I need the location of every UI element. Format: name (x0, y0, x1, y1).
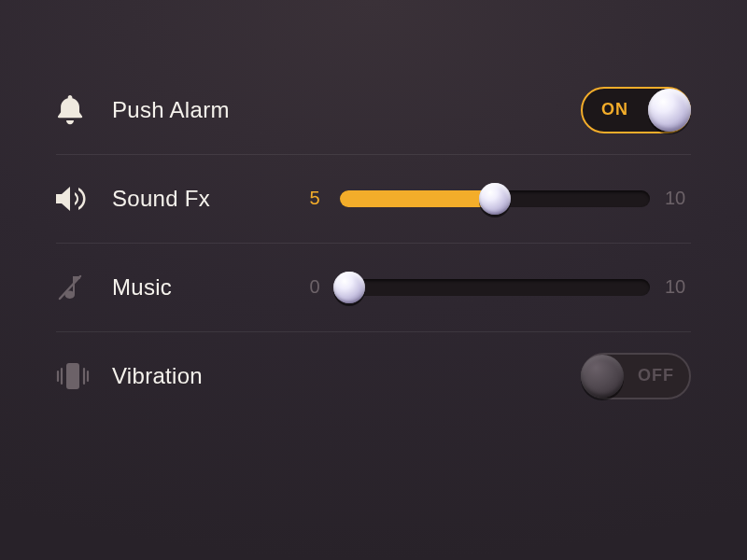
row-push-alarm: Push Alarm ON (56, 65, 691, 154)
row-music: Music 0 10 (56, 243, 691, 331)
music-slider[interactable]: 0 10 (299, 276, 691, 298)
sound-fx-thumb[interactable] (479, 183, 511, 215)
row-sound-fx: Sound Fx 5 10 (56, 154, 691, 243)
vibration-toggle[interactable]: OFF (581, 353, 691, 399)
speaker-icon (56, 185, 112, 213)
toggle-knob (648, 89, 691, 132)
row-vibration: Vibration OFF (56, 331, 691, 420)
sound-fx-max: 10 (659, 188, 691, 209)
toggle-knob (581, 355, 624, 398)
vibration-toggle-label: OFF (638, 366, 674, 385)
music-max: 10 (659, 276, 691, 298)
push-alarm-toggle[interactable]: ON (581, 87, 691, 133)
bell-icon (56, 95, 112, 125)
vibration-icon (56, 361, 112, 391)
push-alarm-toggle-label: ON (601, 100, 628, 119)
sound-fx-label: Sound Fx (112, 186, 299, 212)
vibration-label: Vibration (112, 363, 299, 389)
music-thumb[interactable] (333, 272, 365, 303)
music-track[interactable] (340, 279, 650, 296)
sound-fx-track[interactable] (340, 190, 650, 207)
svg-rect-1 (66, 363, 79, 389)
push-alarm-label: Push Alarm (112, 97, 299, 123)
music-mute-icon (56, 273, 112, 302)
music-label: Music (112, 274, 299, 301)
sound-fx-slider[interactable]: 5 10 (299, 188, 691, 209)
sound-fx-fill (340, 190, 495, 207)
music-min: 0 (299, 276, 331, 298)
sound-fx-min: 5 (299, 188, 331, 209)
